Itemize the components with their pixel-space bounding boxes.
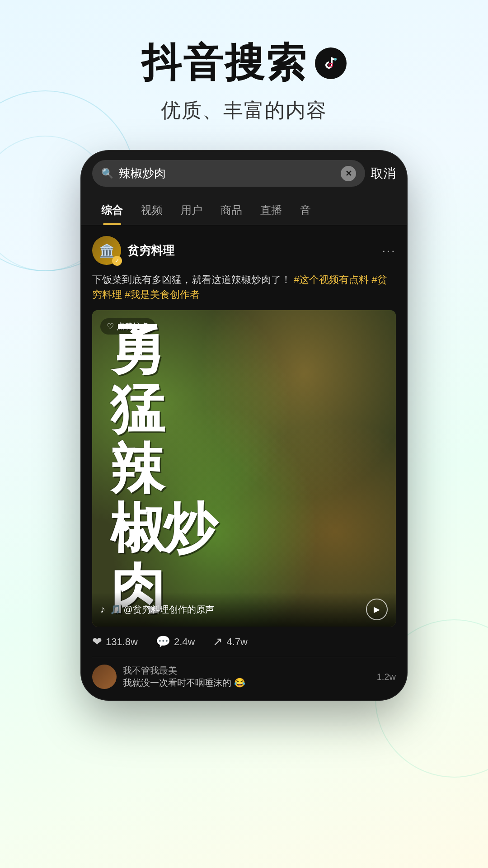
engagement-row: ❤ 131.8w 💬 2.4w ↗ 4.7w — [92, 627, 396, 657]
post-header: 🏛️ ✓ 贫穷料理 ··· — [92, 236, 396, 265]
search-bar-row: 🔍 辣椒炒肉 ✕ 取消 — [81, 151, 407, 196]
hero-title: 抖音搜索 — [0, 36, 488, 90]
comment-content: 我不管我最美 我就没一次看时不咽唾沫的 😂 — [123, 665, 371, 689]
post-avatar: 🏛️ ✓ — [92, 236, 121, 265]
play-button[interactable]: ▶ — [366, 599, 388, 620]
comments-value: 2.4w — [174, 636, 195, 648]
tab-bar: 综合 视频 用户 商品 直播 音 — [81, 196, 407, 225]
shares-value: 4.7w — [226, 636, 247, 648]
tab-用户[interactable]: 用户 — [172, 196, 211, 225]
shares-count[interactable]: ↗ 4.7w — [213, 635, 247, 649]
clear-icon: ✕ — [345, 169, 352, 179]
content-area: 🏛️ ✓ 贫穷料理 ··· 下饭菜到底有多凶猛，就看这道辣椒炒肉了！ #这个视频… — [81, 225, 407, 700]
hero-section: 抖音搜索 优质、丰富的内容 — [0, 0, 488, 142]
video-text-overlay: 勇猛辣椒炒肉 — [92, 310, 396, 627]
video-thumbnail[interactable]: ♡ 点赞较多 勇猛辣椒炒肉 ♪ 🎵 @贫穷料理创作的原声 ▶ — [92, 310, 396, 627]
tab-商品[interactable]: 商品 — [211, 196, 251, 225]
svg-point-0 — [334, 58, 337, 61]
cancel-button[interactable]: 取消 — [371, 165, 396, 182]
phone-frame: 🔍 辣椒炒肉 ✕ 取消 综合 视频 用户 商品 直播 — [81, 151, 407, 700]
comment-preview-row: 我不管我最美 我就没一次看时不咽唾沫的 😂 1.2w — [92, 657, 396, 689]
comments-count[interactable]: 💬 2.4w — [156, 635, 195, 649]
comment-icon: 💬 — [156, 635, 170, 649]
search-icon: 🔍 — [101, 168, 113, 179]
commenter-avatar — [92, 665, 117, 689]
post-description: 下饭菜到底有多凶猛，就看这道辣椒炒肉了！ #这个视频有点料 #贫穷料理 #我是美… — [92, 272, 396, 302]
post-author: 🏛️ ✓ 贫穷料理 — [92, 236, 174, 265]
search-input-wrap[interactable]: 🔍 辣椒炒肉 ✕ — [92, 160, 365, 187]
hero-subtitle: 优质、丰富的内容 — [0, 97, 488, 124]
tab-直播[interactable]: 直播 — [251, 196, 291, 225]
tiktok-logo-icon — [315, 47, 347, 79]
share-icon: ↗ — [213, 635, 223, 649]
tiktok-note-icon: ♪ — [100, 604, 105, 615]
commenter-name: 我不管我最美 — [123, 665, 371, 677]
search-clear-button[interactable]: ✕ — [341, 166, 356, 181]
heart-icon: ❤ — [92, 635, 102, 649]
likes-count[interactable]: ❤ 131.8w — [92, 635, 138, 649]
likes-value: 131.8w — [106, 636, 138, 648]
video-calligraphy-text: 勇猛辣椒炒肉 — [110, 319, 215, 618]
post-menu-button[interactable]: ··· — [382, 243, 396, 258]
post-username[interactable]: 贫穷料理 — [127, 243, 174, 259]
audio-label: 🎵 @贫穷料理创作的原声 — [110, 604, 214, 616]
verified-badge-icon: ✓ — [112, 256, 122, 266]
tab-综合[interactable]: 综合 — [92, 196, 132, 225]
phone-wrapper: 🔍 辣椒炒肉 ✕ 取消 综合 视频 用户 商品 直播 — [0, 151, 488, 700]
tab-音[interactable]: 音 — [291, 196, 320, 225]
comment-text: 我就没一次看时不咽唾沫的 😂 — [123, 677, 371, 689]
video-bottom-bar: ♪ 🎵 @贫穷料理创作的原声 ▶ — [92, 592, 396, 627]
hero-title-text: 抖音搜索 — [141, 36, 308, 90]
play-icon: ▶ — [374, 604, 380, 614]
search-input[interactable]: 辣椒炒肉 — [119, 165, 335, 181]
audio-info: ♪ 🎵 @贫穷料理创作的原声 — [100, 604, 214, 616]
comment-count: 1.2w — [377, 672, 396, 682]
tab-视频[interactable]: 视频 — [132, 196, 172, 225]
